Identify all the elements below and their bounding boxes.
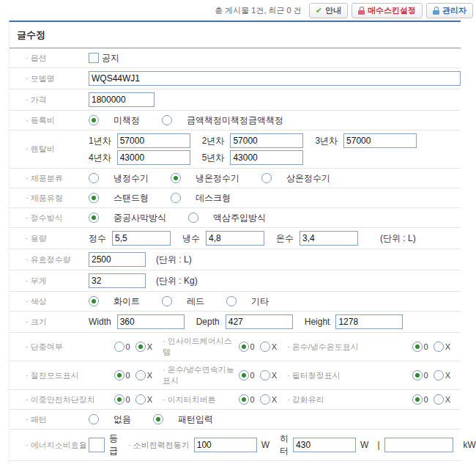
weight-label: · 무게 — [26, 276, 89, 287]
energy-grade-input[interactable] — [89, 438, 105, 452]
radio-o[interactable] — [412, 394, 423, 405]
radio-x[interactable] — [260, 370, 270, 380]
color-option-label: 레드 — [187, 295, 204, 308]
pattern-label: · 패턴 — [26, 414, 89, 425]
notice-checkbox-label: 공지 — [102, 52, 119, 65]
radio-o[interactable] — [114, 370, 124, 380]
capacity-unit: (단위 : L) — [380, 232, 416, 245]
row-price: · 가격 — [10, 89, 461, 111]
size-depth-input[interactable] — [226, 314, 293, 329]
post-count-summary: 총 게시물 1건, 최근 0 건 — [215, 5, 302, 16]
color-radio-white[interactable] — [89, 296, 99, 306]
category-radio-cold[interactable] — [89, 173, 99, 183]
weight-unit: (단위 : Kg) — [156, 275, 198, 287]
admin-button[interactable]: 관리자 — [426, 3, 473, 18]
row-product-type: · 제품유형 스탠드형 데스크형 — [10, 188, 461, 208]
notice-button[interactable]: ✔ 안내 — [309, 3, 348, 18]
pattern-option-label: 없음 — [114, 413, 131, 426]
method-radio-hollow[interactable] — [89, 213, 99, 223]
capacity-label: · 용량 — [26, 233, 89, 244]
ox-field-tempered-glass: · 강화유리 0X — [287, 394, 461, 405]
regfee-radio-amount[interactable] — [162, 115, 172, 125]
size-height-input[interactable] — [335, 314, 403, 329]
rental-year2-label: 2년차 — [202, 135, 225, 147]
rental-year1-label: 1년차 — [89, 135, 111, 147]
radio-x[interactable] — [135, 342, 146, 352]
row-heating: · 가열방식 W — [10, 461, 461, 464]
lock-icon — [433, 7, 439, 15]
row-ox-1: · 단종여부 0X · 인사이드케어시스템 0X · 온수/냉수온도표시 0X — [10, 333, 461, 361]
row-ox-2: · 절전모드표시 0X · 온수/냉수연속기능표시 0X · 필터청정표시 0X — [10, 361, 461, 390]
radio-x[interactable] — [434, 342, 444, 352]
type-radio-desk[interactable] — [171, 193, 181, 203]
price-input[interactable] — [89, 92, 155, 107]
row-rental-fee: · 랜탈비 1년차 2년차 3년차 4년차 5년차 — [10, 130, 461, 169]
effective-capacity-unit: (단위 : L) — [156, 254, 192, 266]
page-title: 글수정 — [10, 22, 461, 48]
color-radio-red[interactable] — [162, 296, 172, 306]
heater-power-input[interactable] — [293, 438, 356, 452]
radio-o[interactable] — [239, 370, 249, 380]
category-option-label: 냉정수기 — [114, 172, 149, 185]
rental-year4-input[interactable] — [117, 150, 190, 165]
radio-o[interactable] — [114, 394, 124, 405]
radio-o[interactable] — [239, 394, 249, 405]
ox-field-temp-display: · 온수/냉수온도표시 0X — [287, 342, 461, 353]
top-bar: 총 게시물 1건, 최근 0 건 ✔ 안내 매수스킨설정 관리자 — [0, 0, 476, 21]
energy-divider: | — [377, 440, 379, 450]
rental-year3-input[interactable] — [343, 133, 417, 148]
radio-x[interactable] — [434, 370, 444, 380]
row-capacity: · 용량 정수 냉수 온수 (단위 : L) — [10, 228, 461, 249]
regfee-option-label: 미책정 — [114, 114, 140, 127]
color-option-label: 화이트 — [114, 295, 140, 308]
pattern-radio-none[interactable] — [89, 414, 99, 424]
capacity-cold-input[interactable] — [206, 231, 264, 246]
check-icon: ✔ — [316, 6, 322, 15]
weight-input[interactable] — [89, 273, 146, 288]
ox-field-filter-clean: · 필터청정표시 0X — [287, 370, 461, 381]
color-radio-etc[interactable] — [226, 296, 237, 306]
radio-x[interactable] — [135, 394, 146, 405]
row-ox-3: · 이중안전차단장치 0X · 이지터치버튼 0X · 강화유리 0X — [10, 390, 461, 410]
lock-icon — [358, 7, 365, 15]
pattern-radio-input[interactable] — [153, 414, 163, 424]
energy-extra-input[interactable] — [384, 438, 453, 452]
purify-method-label: · 정수방식 — [26, 213, 89, 224]
radio-o[interactable] — [412, 370, 423, 380]
category-radio-room[interactable] — [261, 173, 272, 183]
rental-year2-input[interactable] — [230, 133, 303, 148]
effective-capacity-input[interactable] — [89, 252, 146, 267]
rental-year1-input[interactable] — [117, 133, 190, 148]
regfee-radio-unset[interactable] — [89, 115, 99, 125]
radio-o[interactable] — [239, 342, 249, 352]
row-weight: · 무게 (단위 : Kg) — [10, 270, 461, 292]
type-radio-stand[interactable] — [89, 193, 99, 203]
capacity-hot-input[interactable] — [300, 231, 358, 246]
model-label: · 모델명 — [26, 73, 89, 84]
ox-field-powersave: · 절전모드표시 0X — [26, 370, 163, 381]
radio-x[interactable] — [135, 370, 146, 380]
radio-x[interactable] — [260, 342, 270, 352]
capacity-hot-label: 온수 — [276, 232, 294, 245]
radio-x[interactable] — [260, 394, 270, 405]
radio-x[interactable] — [434, 394, 444, 405]
notice-checkbox[interactable] — [89, 53, 99, 63]
method-radio-inject[interactable] — [188, 213, 198, 223]
row-purify-method: · 정수방식 중공사막방식 액삼주입방식 — [10, 208, 461, 228]
category-option-label: 상온정수기 — [286, 172, 330, 185]
model-input[interactable] — [89, 71, 461, 86]
skin-settings-button[interactable]: 매수스킨설정 — [352, 3, 423, 18]
category-option-label: 냉온정수기 — [196, 172, 239, 185]
capacity-purified-input[interactable] — [112, 231, 171, 246]
size-width-input[interactable] — [117, 314, 185, 329]
method-option-label: 중공사막방식 — [114, 212, 166, 224]
category-radio-coldhot[interactable] — [171, 173, 181, 183]
motor-power-input[interactable] — [194, 438, 257, 452]
radio-o[interactable] — [412, 342, 423, 352]
row-option: · 옵션 공지 — [10, 48, 461, 68]
size-height-label: Height — [305, 317, 330, 327]
row-color: · 색상 화이트 레드 기타 — [10, 292, 461, 312]
rental-year5-input[interactable] — [230, 150, 303, 165]
radio-o[interactable] — [114, 342, 124, 352]
notice-button-label: 안내 — [325, 5, 341, 16]
